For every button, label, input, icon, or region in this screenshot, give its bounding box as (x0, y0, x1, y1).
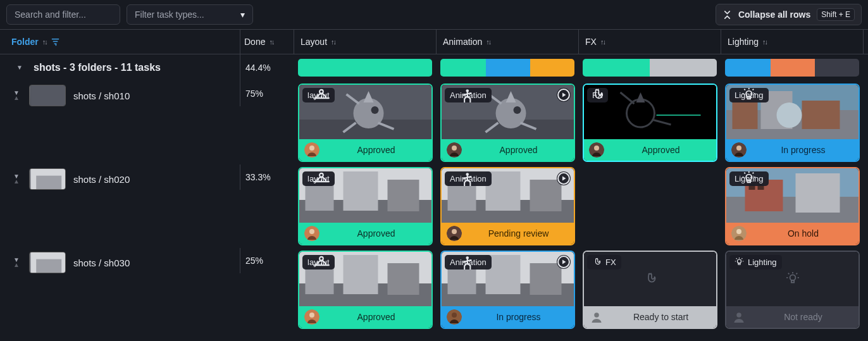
sort-icon: ↑↓ (600, 38, 605, 46)
card-thumbnail[interactable]: FX (584, 85, 716, 139)
card-thumbnail[interactable]: Lighting (726, 85, 859, 139)
expand-toggle[interactable]: ▼ ▲ (11, 174, 22, 184)
task-card-animation[interactable]: Animation Approved (440, 84, 575, 162)
assignee-avatar[interactable] (731, 226, 747, 241)
layout-icon (302, 171, 335, 186)
collapse-all-rows-button[interactable]: Collapse all rows Shift + E (716, 4, 862, 25)
kbd-shortcut: Shift + E (817, 8, 855, 21)
play-icon (557, 255, 571, 269)
task-type-badge: Lighting (729, 255, 782, 270)
shot-thumbnail[interactable] (29, 168, 66, 190)
expand-toggle[interactable]: ▼ ▲ (11, 257, 22, 268)
task-status-bar: On hold (726, 223, 859, 244)
task-card-lighting[interactable]: Lighting On hold (725, 167, 860, 245)
task-status-label: Ready to start (611, 312, 711, 322)
task-card-lighting[interactable]: Lighting In progress (725, 84, 860, 162)
assignee-avatar[interactable] (447, 142, 462, 158)
task-card-layout[interactable]: layout Approved (298, 251, 433, 329)
col-header-label: Layout (301, 37, 327, 47)
task-status-label: Approved (326, 312, 426, 322)
task-card-fx[interactable]: FX Approved (583, 84, 717, 162)
play-button[interactable] (557, 171, 571, 185)
play-icon (557, 88, 571, 102)
col-header-lighting[interactable]: Lighting ↑↓ (721, 30, 864, 54)
task-type-badge: layout (302, 171, 335, 186)
task-status-bar: Pending review (442, 223, 574, 244)
assignee-avatar-empty (589, 309, 604, 325)
lighting-icon (735, 257, 744, 267)
task-card-lighting[interactable]: Lighting Not ready (725, 251, 860, 329)
task-card-animation[interactable]: Animation Pending review (440, 167, 575, 245)
card-thumbnail[interactable]: Animation (442, 85, 574, 139)
task-type-badge: Lighting (729, 171, 769, 186)
col-header-done[interactable]: Done ↑↓ (240, 30, 294, 54)
expand-toggle[interactable]: ▼ (15, 65, 25, 70)
card-thumbnail[interactable]: Lighting (726, 168, 859, 223)
task-status-label: On hold (753, 228, 853, 239)
card-thumbnail[interactable]: layout (299, 252, 431, 306)
col-header-animation[interactable]: Animation ↑↓ (437, 30, 579, 54)
layout-icon (302, 255, 335, 270)
task-status-label: Not ready (753, 312, 853, 322)
card-thumbnail[interactable]: Animation (442, 252, 574, 306)
task-status-label: Approved (468, 145, 569, 155)
sort-icon: ↑↓ (42, 38, 47, 46)
col-header-layout[interactable]: Layout ↑↓ (294, 30, 437, 54)
task-status-bar: Not ready (726, 306, 859, 328)
assignee-avatar[interactable] (304, 142, 319, 158)
card-thumbnail-empty: FX (584, 252, 716, 306)
shot-done-pct: 25% (244, 256, 263, 266)
assignee-avatar[interactable] (447, 226, 462, 241)
card-thumbnail[interactable]: Animation (442, 168, 574, 223)
filter-task-types-select[interactable]: Filter task types... ▾ (127, 4, 253, 25)
expand-toggle[interactable]: ▼ ▲ (11, 90, 22, 101)
task-status-label: Pending review (468, 228, 569, 239)
play-button[interactable] (557, 88, 571, 102)
lighting-icon (729, 88, 769, 102)
card-thumbnail[interactable]: layout (299, 168, 431, 223)
shot-thumbnail[interactable] (29, 252, 66, 273)
shot-name: shots / sh020 (73, 174, 130, 185)
fx-icon (592, 257, 602, 267)
assignee-avatar[interactable] (447, 309, 462, 325)
play-icon (557, 171, 571, 185)
sort-icon: ↑↓ (331, 38, 335, 46)
layout-icon (302, 88, 335, 102)
task-card-layout[interactable]: layout Approved (298, 84, 433, 162)
assignee-avatar[interactable] (304, 226, 319, 241)
assignee-avatar[interactable] (731, 142, 747, 158)
chevron-down-icon: ▼ (16, 65, 23, 70)
col-header-folder[interactable]: Folder ↑↓ (0, 30, 240, 54)
sort-icon: ↑↓ (762, 38, 767, 46)
task-card-fx[interactable]: FX Ready to start (583, 251, 717, 329)
col-header-folder-label: Folder (11, 37, 39, 47)
summary-done-pct: 44.4% (244, 63, 271, 73)
task-status-label: Approved (611, 145, 711, 155)
progress-strip-lighting (725, 59, 859, 77)
shot-done-pct: 33.3% (244, 172, 271, 182)
assignee-avatar[interactable] (589, 142, 604, 158)
task-type-badge: FX (587, 88, 608, 102)
play-button[interactable] (557, 255, 571, 269)
assignee-avatar[interactable] (304, 309, 319, 325)
task-card-animation[interactable]: Animation In progress (440, 251, 575, 329)
summary-row: ▼ shots - 3 folders - 11 tasks 44.4% (0, 54, 868, 81)
task-type-label: Lighting (748, 257, 777, 267)
task-card-layout[interactable]: layout Approved (298, 167, 433, 245)
task-status-label: In progress (753, 145, 853, 155)
filter-icon (51, 37, 60, 47)
lighting-placeholder-icon (786, 272, 800, 286)
shot-thumbnail[interactable] (29, 85, 66, 106)
fx-icon (587, 88, 608, 102)
col-header-label: Lighting (728, 37, 759, 47)
task-status-bar: Approved (584, 139, 716, 161)
task-type-badge: layout (302, 255, 335, 270)
shot-done-pct: 75% (244, 89, 263, 99)
card-thumbnail[interactable]: layout (299, 85, 431, 139)
task-status-bar: Approved (299, 139, 431, 161)
search-input[interactable] (6, 4, 120, 25)
chevron-up-icon: ▲ (13, 179, 20, 184)
animation-icon (445, 88, 492, 102)
col-header-fx[interactable]: FX ↑↓ (579, 30, 721, 54)
task-type-badge: layout (302, 88, 335, 102)
